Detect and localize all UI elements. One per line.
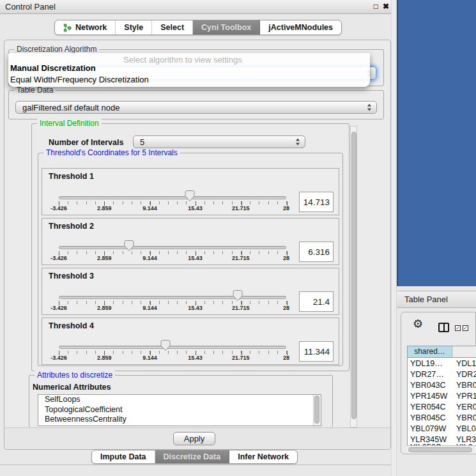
threshold-4-box: Threshold 4 -3.426 2.859 9.144 15.43 21.… [42, 318, 339, 365]
slider-track[interactable] [59, 246, 286, 249]
number-of-intervals-label: Number of Intervals [49, 138, 123, 147]
list-item[interactable]: TopologicalCoefficient [38, 405, 321, 415]
spinner-arrows-icon [296, 139, 300, 146]
panel-title: Control Panel [5, 0, 56, 13]
threshold-1-box: Threshold 1 -3.426 2.859 9.144 15.43 21.… [42, 168, 339, 215]
slider-track[interactable] [59, 296, 286, 299]
table-panel-body: ⚙ ✓ ✓ shared… na YDL19…YDL1 YDR27…YDR2 Y… [401, 312, 476, 454]
checkbox-icon[interactable]: ✓ [455, 325, 461, 331]
control-panel-titlebar: Control Panel □ ✖ [0, 0, 395, 14]
table-horizontal-scrollbar[interactable] [407, 445, 476, 454]
tick-marks [59, 251, 287, 254]
table-row[interactable]: YBR045CYBR0 [408, 413, 476, 424]
cyni-toolbox-panel: Discretization Algorithm Select algorith… [4, 40, 391, 450]
panel-scrollbar[interactable] [350, 126, 357, 427]
threshold-2-box: Threshold 2 -3.426 2.859 9.144 15.43 21.… [42, 218, 339, 265]
tab-network[interactable]: Network [55, 20, 116, 35]
table-header-row: shared… na [408, 346, 476, 358]
close-icon[interactable]: ✖ [383, 0, 389, 13]
group-title: Threshold's Coordinates for 5 Intervals [43, 148, 180, 157]
list-scrollbar[interactable] [313, 395, 321, 426]
option-manual-discretization[interactable]: Manual Discretization [10, 63, 96, 73]
gear-icon[interactable]: ⚙ [413, 317, 423, 331]
slider-track[interactable] [59, 346, 286, 349]
table-panel-title: Table Panel [404, 291, 448, 308]
list-item[interactable]: SelfLoops [38, 395, 321, 405]
threshold-4-value[interactable]: 11.344 [299, 341, 334, 362]
list-item[interactable]: BetweennessCentrality [38, 415, 321, 425]
table-panel-titlebar: Table Panel [397, 291, 476, 308]
table-row[interactable]: YBL079WYBL0 [408, 424, 476, 434]
table-data-combobox[interactable]: galFiltered.sif default node [15, 101, 377, 114]
node-attribute-table: shared… na YDL19…YDL1 YDR27…YDR2 YBR043C… [407, 346, 476, 445]
number-of-intervals-spinner[interactable]: 5 [133, 135, 305, 148]
threshold-1-value[interactable]: 14.713 [299, 192, 334, 212]
control-panel-tabs: Network Style Select Cyni Toolbox jActiv… [54, 20, 342, 35]
table-row[interactable]: YPR145WYPR1 [408, 391, 476, 402]
numerical-attributes-list: SelfLoops TopologicalCoefficient Between… [38, 394, 321, 426]
tab-infer-network[interactable]: Infer Network [229, 450, 297, 463]
tick-labels: -3.426 2.859 9.144 15.43 21.715 28 [59, 205, 286, 211]
tick-labels: -3.426 2.859 9.144 15.43 21.715 28 [59, 255, 286, 261]
table-row[interactable]: YDR27…YDR2 [408, 369, 476, 380]
group-title: Attributes to discretize [35, 371, 115, 380]
apply-button[interactable]: Apply [173, 432, 215, 445]
option-equal-width-frequency[interactable]: Equal Width/Frequency Discretization [10, 75, 149, 84]
tick-marks [59, 351, 287, 354]
control-panel-window: Control Panel □ ✖ Network Style Select C… [0, 0, 395, 465]
table-data-group: Table Data galFiltered.sif default node [8, 90, 384, 119]
apply-row: Apply [4, 427, 390, 449]
cyni-bottom-tabs: Impute Data Discretize Data Infer Networ… [91, 450, 298, 464]
table-row[interactable]: YER054CYER0 [408, 402, 476, 413]
network-view-frame: GAL80 GA C GAL11 GAL4 GCY1 H HAP2 [397, 0, 476, 286]
slider-track[interactable] [59, 196, 286, 199]
column-header-name[interactable]: na [452, 346, 476, 357]
algorithm-placeholder: Select algorithm to view settings [123, 55, 242, 65]
threshold-2-value[interactable]: 6.316 [299, 242, 334, 262]
table-row[interactable]: YBR043CYBR0 [408, 380, 476, 391]
group-title: Interval Definition [37, 119, 102, 128]
group-title: Table Data [14, 86, 56, 95]
split-pane-divider[interactable] [391, 0, 397, 476]
tab-impute-data[interactable]: Impute Data [92, 450, 155, 463]
threshold-3-box: Threshold 3 -3.426 2.859 9.144 15.43 21.… [42, 268, 339, 315]
slider-thumb[interactable] [232, 289, 243, 302]
column-layout-icon[interactable] [438, 323, 449, 332]
table-row[interactable]: YDL19…YDL1 [408, 358, 476, 369]
tab-discretize-data[interactable]: Discretize Data [155, 450, 230, 463]
network-icon [63, 24, 72, 32]
algorithm-dropdown-popup: Select algorithm to view settings Manual… [8, 53, 370, 87]
tick-marks [59, 301, 287, 304]
tick-labels: -3.426 2.859 9.144 15.43 21.715 28 [59, 305, 286, 311]
tab-cyni-toolbox[interactable]: Cyni Toolbox [193, 20, 260, 35]
slider-thumb[interactable] [184, 190, 196, 202]
group-title: Discretization Algorithm [14, 45, 99, 54]
tab-jactivemnodules[interactable]: jActiveMNodules [260, 20, 341, 35]
checkbox-icon[interactable]: ✓ [463, 325, 468, 331]
tab-select[interactable]: Select [152, 20, 193, 35]
slider-thumb[interactable] [160, 339, 171, 351]
threshold-3-value[interactable]: 21.4 [299, 291, 334, 312]
slider-thumb[interactable] [123, 240, 135, 252]
numerical-attributes-label: Numerical Attributes [33, 383, 111, 392]
tick-labels: -3.426 2.859 9.144 15.43 21.715 28 [59, 355, 286, 361]
combo-arrows-icon [367, 104, 372, 111]
float-window-icon[interactable]: □ [374, 0, 378, 13]
tab-style[interactable]: Style [116, 20, 152, 35]
tick-marks [59, 201, 287, 204]
column-header-shared-name[interactable]: shared… [408, 346, 452, 357]
